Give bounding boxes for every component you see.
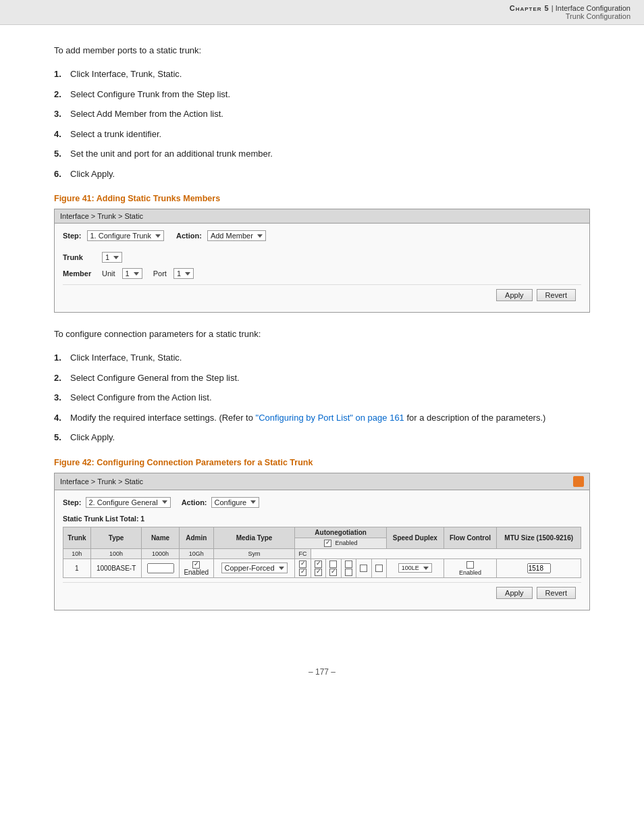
figure-42-box: Interface > Trunk > Static Step: 2. Conf… <box>54 473 590 611</box>
cell-trunk: 1 <box>63 558 91 578</box>
step-1-3: 3. Select Add Member from the Action lis… <box>54 107 590 121</box>
checkbox-10h[interactable] <box>299 561 306 568</box>
step-text-2-4: Modify the required interface settings. … <box>70 411 590 425</box>
mtu-input[interactable] <box>527 563 551 573</box>
col-admin: Admin <box>179 527 213 548</box>
step-text-1-2: Select Configure Trunk from the Step lis… <box>70 88 590 101</box>
trunk-select-val-41: 1 <box>105 253 109 261</box>
action-select-42[interactable]: Configure <box>211 497 260 508</box>
checkbox-1000f[interactable] <box>329 569 337 576</box>
revert-button-41[interactable]: Revert <box>537 289 576 301</box>
checkbox-fc[interactable] <box>375 565 383 572</box>
step-text-1-1: Click Interface, Trunk, Static. <box>70 68 590 81</box>
autoneg-enabled-label: Enabled <box>335 540 357 546</box>
col-name: Name <box>142 527 179 548</box>
checkbox-100h[interactable] <box>315 561 322 568</box>
step-select-41[interactable]: 1. Configure Trunk <box>87 230 165 241</box>
col-speed-duplex: Speed Duplex <box>387 527 444 548</box>
trunk-label-41: Trunk <box>63 253 97 261</box>
step-label-42: Step: <box>63 498 82 506</box>
apply-button-41[interactable]: Apply <box>496 289 533 301</box>
cell-admin: Enabled <box>179 558 213 578</box>
revert-button-42[interactable]: Revert <box>537 587 576 599</box>
col-trunk: Trunk <box>63 527 91 548</box>
media-type-select[interactable]: Copper-Forced <box>221 563 288 573</box>
header-title: Interface Configuration <box>556 4 630 12</box>
step-2-3: 3. Select Configure from the Action list… <box>54 391 590 405</box>
speed-duplex-select[interactable]: 100LE <box>398 563 432 573</box>
autoneg-enabled-checkbox[interactable] <box>324 540 331 547</box>
step-text-2-1: Click Interface, Trunk, Static. <box>70 351 590 365</box>
port-val-41: 1 <box>177 269 181 278</box>
speed-fc: FC <box>295 548 311 558</box>
intro-text-1: To add member ports to a static trunk: <box>54 45 590 55</box>
checkbox-10gh[interactable] <box>345 561 352 568</box>
admin-enabled-text: Enabled <box>184 569 209 576</box>
figure-42-title: Figure 42: Configuring Connection Parame… <box>54 458 590 467</box>
step-select-42[interactable]: 2. Configure General <box>86 497 171 508</box>
cell-100h <box>311 558 325 578</box>
step-num-1-1: 1. <box>54 68 70 81</box>
speed-sym: Sym <box>213 548 294 558</box>
speed-arrow <box>423 567 429 570</box>
chapter-label: Chapter 5 <box>510 4 549 12</box>
col-mtu: MTU Size (1500-9216) <box>497 527 581 548</box>
checkbox-10gf[interactable] <box>345 569 352 576</box>
admin-checkbox[interactable] <box>192 561 200 569</box>
step-text-1-4: Select a trunk identifier. <box>70 128 590 141</box>
step-2-4: 4. Modify the required interface setting… <box>54 411 590 425</box>
step-1-4: 4. Select a trunk identifier. <box>54 128 590 141</box>
step-num-1-4: 4. <box>54 128 70 141</box>
step-2-1: 1. Click Interface, Trunk, Static. <box>54 351 590 365</box>
autoneg-enabled-sub: Enabled <box>295 538 387 548</box>
page-footer: – 177 – <box>0 660 644 683</box>
port-select-41[interactable]: 1 <box>173 268 194 279</box>
cell-10gh <box>341 558 356 578</box>
trunk-select-41[interactable]: 1 <box>102 252 122 263</box>
checkbox-100f[interactable] <box>315 569 322 576</box>
intro-text-2: To configure connection parameters for a… <box>54 329 590 339</box>
apply-button-42[interactable]: Apply <box>496 587 533 599</box>
step-num-2-2: 2. <box>54 371 70 385</box>
table-header-row: Trunk Type Name Admin Media Type Autoneg… <box>63 527 581 538</box>
unit-label-41: Unit <box>102 269 115 278</box>
checkbox-10f[interactable] <box>299 569 306 576</box>
step-1-2: 2. Select Configure Trunk from the Step … <box>54 88 590 101</box>
figure-41-body: Step: 1. Configure Trunk Action: Add Mem… <box>55 224 589 312</box>
port-arrow-41 <box>185 272 190 276</box>
trunk-table-42: Trunk Type Name Admin Media Type Autoneg… <box>63 527 581 579</box>
figure-41-member-row: Member Unit 1 Port 1 <box>63 268 581 279</box>
figure-41-box: Interface > Trunk > Static Step: 1. Conf… <box>54 209 590 313</box>
cell-10h <box>295 558 311 578</box>
header-subtitle: Trunk Configuration <box>566 12 630 20</box>
figure-42-step-row: Step: 2. Configure General Action: Confi… <box>63 497 581 508</box>
page-number: – 177 – <box>308 667 336 677</box>
unit-val-41: 1 <box>126 269 130 278</box>
speed-100h: 100h <box>90 548 142 558</box>
configuring-port-list-link[interactable]: "Configuring by Port List" on page 161 <box>256 413 404 423</box>
speed-1000h: 1000h <box>142 548 179 558</box>
speed-val: 100LE <box>402 565 419 571</box>
figure-41-header: Interface > Trunk > Static <box>55 209 589 224</box>
step-text-1-3: Select Add Member from the Action list. <box>70 107 590 121</box>
unit-select-41[interactable]: 1 <box>122 268 142 279</box>
cell-mtu <box>497 558 581 578</box>
media-type-arrow <box>279 567 284 570</box>
port-label-41: Port <box>153 269 167 278</box>
col-autoneg: Autonegotiation <box>295 527 387 538</box>
cell-1000h <box>326 558 341 578</box>
figure-42-orange-icon <box>573 476 584 487</box>
main-content: To add member ports to a static trunk: 1… <box>0 25 644 654</box>
name-input[interactable] <box>147 563 174 573</box>
action-label-41: Action: <box>176 232 202 240</box>
step-num-2-4: 4. <box>54 411 70 425</box>
step-select-value-41: 1. Configure Trunk <box>90 232 152 240</box>
checkbox-sym[interactable] <box>360 565 367 572</box>
cell-name <box>142 558 179 578</box>
step-select-arrow-42 <box>162 500 167 504</box>
flow-control-checkbox[interactable] <box>466 561 474 569</box>
figure-41-trunk-row: Trunk 1 <box>63 252 581 263</box>
checkbox-1000h[interactable] <box>329 561 337 568</box>
action-select-41[interactable]: Add Member <box>207 230 266 241</box>
cell-media-type[interactable]: Copper-Forced <box>213 558 294 578</box>
